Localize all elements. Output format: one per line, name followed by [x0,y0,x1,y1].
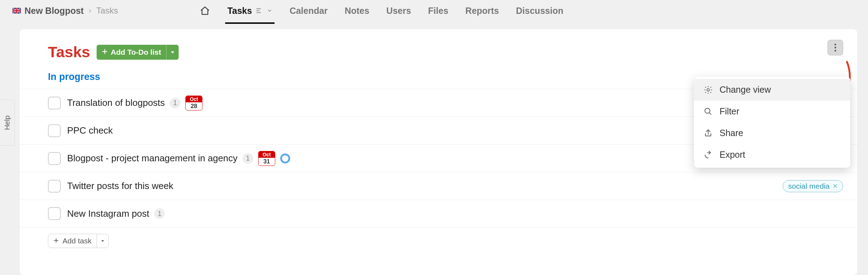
breadcrumb-current: Tasks [96,6,118,16]
task-checkbox[interactable] [48,124,61,137]
menu-share[interactable]: Share [694,122,850,144]
page-title: Tasks [48,43,90,61]
topbar: New Blogpost › Tasks Tasks Calendar Note… [0,0,868,21]
content-panel: Tasks Add To-Do list In progress Tr [20,29,857,275]
svg-point-8 [835,47,836,49]
tag-chip[interactable]: social media ✕ [783,180,843,192]
nav-calendar[interactable]: Calendar [289,6,327,16]
count-badge: 1 [243,153,253,164]
count-badge: 1 [170,98,180,108]
svg-line-15 [709,113,711,114]
menu-item-label: Share [720,128,743,138]
menu-change-view[interactable]: Change view [694,79,850,101]
add-task-button[interactable]: Add task [48,234,109,248]
date-day: 31 [263,158,270,166]
nav-discussion[interactable]: Discussion [516,6,563,16]
nav-notes[interactable]: Notes [345,6,369,16]
add-task-label: Add task [63,237,92,245]
help-label: Help [3,115,11,130]
nav-reports[interactable]: Reports [465,6,499,16]
home-icon[interactable] [200,5,210,16]
svg-point-7 [835,44,836,45]
add-list-dropdown[interactable] [166,45,179,60]
menu-item-label: Change view [720,85,771,95]
date-month: Oct [186,96,202,102]
task-checkbox[interactable] [48,152,61,165]
add-list-label: Add To-Do list [111,48,161,56]
task-title: Translation of blogposts [67,97,165,108]
help-tab[interactable]: Help [0,99,15,146]
plus-icon [102,48,108,56]
svg-point-13 [707,88,710,91]
date-badge: Oct 31 [258,151,275,166]
share-icon [703,128,713,138]
date-day: 28 [191,102,197,110]
chevron-down-icon[interactable] [267,8,272,14]
task-title: PPC check [67,125,113,136]
add-todo-list-button[interactable]: Add To-Do list [97,45,179,60]
nav-tasks[interactable]: Tasks [227,6,272,16]
nav-users[interactable]: Users [386,6,411,16]
menu-item-label: Export [720,150,745,160]
task-title: Twitter posts for this week [67,180,173,192]
nav-tasks-label: Tasks [227,6,252,16]
main-nav: Tasks Calendar Notes Users Files Reports… [200,5,563,16]
close-icon[interactable]: ✕ [832,182,838,190]
date-month: Oct [259,151,275,158]
svg-marker-6 [171,51,174,53]
add-task-dropdown[interactable] [97,234,108,248]
task-checkbox[interactable] [48,207,61,220]
menu-export[interactable]: Export [694,144,850,166]
chevron-right-icon: › [89,6,91,15]
gear-icon [703,85,713,95]
task-title: New Instagram post [67,208,149,219]
date-badge: Oct 28 [185,96,202,110]
options-menu: Change view Filter Share Export [694,77,850,168]
svg-point-14 [705,108,710,113]
plus-icon [53,237,59,245]
export-icon [703,150,713,160]
status-ring-icon [280,153,290,163]
task-row[interactable]: New Instagram post 1 [20,200,857,227]
svg-marker-12 [101,240,104,242]
tag-label: social media [788,182,830,190]
task-checkbox[interactable] [48,180,61,193]
task-title: Blogpost - project management in agency [67,153,238,164]
search-icon [703,107,713,117]
more-options-button[interactable] [828,40,843,55]
flag-icon [12,8,21,14]
breadcrumb-project[interactable]: New Blogpost [25,6,84,16]
menu-item-label: Filter [720,106,739,117]
task-row[interactable]: Twitter posts for this week social media… [20,172,857,200]
menu-filter[interactable]: Filter [694,101,850,122]
task-checkbox[interactable] [48,97,61,109]
count-badge: 1 [154,208,165,219]
list-layout-icon[interactable] [255,7,263,15]
nav-files[interactable]: Files [428,6,448,16]
svg-point-9 [835,50,836,52]
